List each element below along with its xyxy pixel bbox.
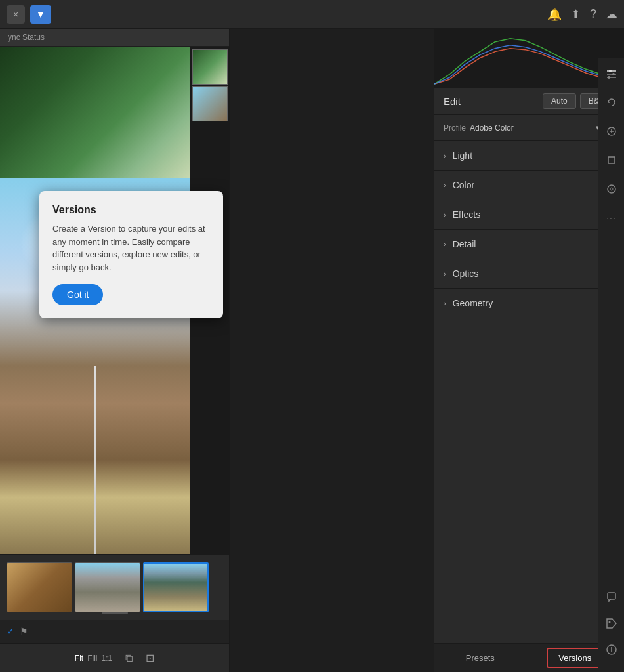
color-label: Color [453,180,474,190]
profile-row: Profile Adobe Color ▾ ⊞ [434,115,624,141]
center-area [230,29,434,672]
bottom-thumb-2[interactable] [75,562,140,612]
ratio-button[interactable]: 1:1 [101,654,112,663]
edit-title: Edit [444,96,539,107]
accordion-light-header[interactable]: › Light [434,141,624,170]
radial-sidebar-icon[interactable] [602,180,621,198]
geometry-chevron-icon: › [444,299,446,307]
fill-button[interactable]: Fill [87,654,97,663]
accordion-optics-header[interactable]: › Optics [434,259,624,288]
left-panel: ync Status Versions ··· × + [0,29,230,672]
top-bar: × ▼ 🔔 ⬆ ? ☁ [0,0,624,29]
top-bar-actions: 🔔 ⬆ ? ☁ [547,7,617,22]
tag-sidebar-icon[interactable] [602,614,621,633]
svg-point-6 [608,76,610,79]
light-chevron-icon: › [444,152,446,159]
versions-button[interactable]: Versions [547,648,603,668]
svg-point-10 [610,188,613,190]
status-flag-icon: ⚑ [20,626,28,637]
accordion-effects: › Effects [434,200,624,230]
bell-icon[interactable]: 🔔 [547,7,562,22]
thumbnail-2[interactable] [192,86,228,121]
accordion-optics: › Optics [434,259,624,289]
sliders-sidebar-icon[interactable] [602,64,621,83]
bottom-thumbnails [0,554,229,620]
svg-point-4 [612,73,615,75]
bottom-thumb-1[interactable] [7,562,72,612]
effects-label: Effects [453,209,481,220]
svg-point-2 [609,70,612,72]
bottom-thumb-3[interactable] [143,562,209,612]
detail-chevron-icon: › [444,240,446,248]
geometry-label: Geometry [453,298,493,308]
effects-chevron-icon: › [444,211,446,219]
right-panel-scroll: Profile Adobe Color ▾ ⊞ › Light › Color [434,115,624,643]
detail-label: Detail [453,239,476,249]
thumb-strip [190,47,229,124]
thumbnail-1[interactable] [192,49,228,85]
accordion-detail-header[interactable]: › Detail [434,230,624,259]
tooltip-body: Create a Version to capture your edits a… [52,222,210,274]
info-tooltip: Versions Create a Version to capture you… [39,191,223,318]
optics-label: Optics [453,268,479,279]
cloud-icon[interactable]: ☁ [606,7,617,22]
tooltip-title: Versions [52,204,210,216]
edit-header: Edit Auto B&W [434,88,624,115]
fit-button[interactable]: Fit [75,654,83,663]
accordion-geometry: › Geometry [434,289,624,318]
accordion-light: › Light [434,141,624,171]
profile-label: Profile [444,123,466,133]
accordion-detail: › Detail [434,230,624,259]
svg-rect-0 [434,29,624,87]
svg-point-9 [608,185,615,193]
profile-value[interactable]: Adobe Color [470,123,593,133]
accordion-color: › Color [434,171,624,200]
histogram-area [434,29,624,88]
sync-status: ync Status [0,29,229,47]
svg-point-11 [608,621,610,623]
speech-sidebar-icon[interactable] [602,588,621,606]
filter-button[interactable]: ▼ [30,5,51,24]
svg-rect-8 [608,157,615,163]
close-button[interactable]: × [7,5,25,24]
crop-sidebar-icon[interactable] [602,151,621,169]
scroll-indicator [102,612,128,614]
color-chevron-icon: › [444,181,446,189]
view-mode-bar: Fit Fill 1:1 [75,654,112,663]
histogram-chart [434,29,624,87]
bottom-toolbar: Fit Fill 1:1 ⧉ ⊡ [0,643,229,672]
status-check-icon: ✓ [7,626,14,637]
flowers-image [0,47,190,178]
info-sidebar-icon[interactable]: i [602,640,621,659]
accordion-color-header[interactable]: › Color [434,171,624,200]
image-preview-area: Versions ··· × + Create Version Original… [0,47,229,554]
accordion-geometry-header[interactable]: › Geometry [434,289,624,318]
bottom-status-bar: ✓ ⚑ [0,620,229,643]
heal-sidebar-icon[interactable] [602,122,621,140]
got-it-button[interactable]: Got it [52,284,103,305]
optics-chevron-icon: › [444,270,446,278]
crop-icon[interactable]: ⊡ [146,652,154,664]
accordion-effects-header[interactable]: › Effects [434,200,624,229]
sync-sidebar-icon[interactable] [602,93,621,112]
presets-button[interactable]: Presets [455,649,505,667]
upload-icon[interactable]: ⬆ [571,7,581,22]
light-label: Light [453,150,472,161]
auto-button[interactable]: Auto [543,93,576,109]
right-sidebar: ··· i [598,58,624,672]
bottom-right-bar: Presets Versions [434,643,624,672]
help-icon[interactable]: ? [590,7,596,21]
svg-text:i: i [610,646,612,654]
right-panel: Edit Auto B&W Profile Adobe Color ▾ ⊞ › … [434,29,624,672]
compare-icon[interactable]: ⧉ [125,652,133,664]
more-sidebar-icon[interactable]: ··· [602,209,621,227]
main-layout: ync Status Versions ··· × + [0,29,624,672]
